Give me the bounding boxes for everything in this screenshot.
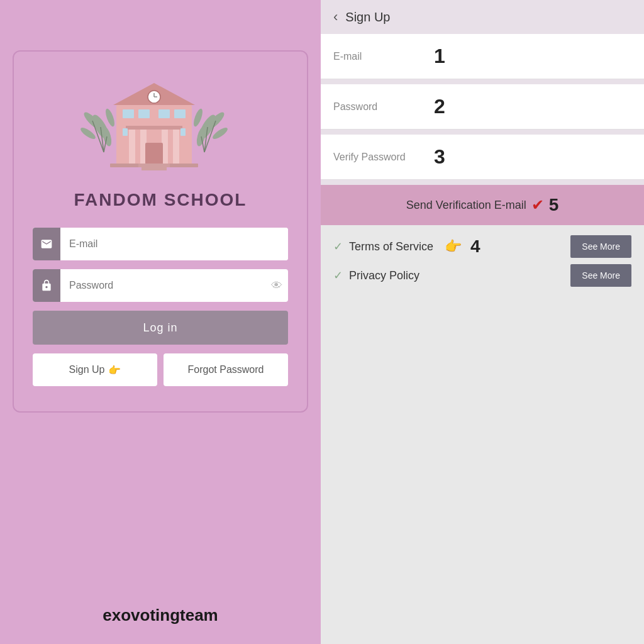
privacy-see-more-button[interactable]: See More	[570, 264, 631, 287]
svg-point-11	[211, 126, 230, 141]
login-card: FANDOM SCHOOL 👁 Log in Sign Up 👉 F	[13, 50, 308, 413]
password-signup-label: Password	[333, 101, 434, 113]
email-field-number: 1	[434, 45, 445, 68]
password-field-number: 2	[434, 95, 445, 118]
lock-icon	[33, 269, 60, 302]
terms-section: ✓ Terms of Service 👉 4 See More ✓ Privac…	[321, 225, 644, 297]
bottom-row: Sign Up 👉 Forgot Password	[33, 353, 288, 386]
terms-see-more-button[interactable]: See More	[570, 235, 631, 258]
svg-rect-32	[180, 128, 186, 136]
email-input-row	[33, 228, 288, 260]
svg-rect-27	[123, 109, 134, 118]
separator-2	[321, 130, 644, 135]
signup-header: ‹ Sign Up	[321, 0, 644, 34]
number-4: 4	[470, 236, 480, 257]
send-verify-button[interactable]: Send Verification E-mail ✔ 5	[321, 185, 644, 225]
show-password-icon[interactable]: 👁	[265, 269, 288, 302]
forgot-password-button[interactable]: Forgot Password	[164, 353, 288, 386]
email-icon	[33, 228, 60, 260]
svg-point-3	[79, 126, 97, 141]
password-field[interactable]	[60, 269, 265, 302]
back-button[interactable]: ‹	[333, 9, 338, 25]
forgot-label: Forgot Password	[188, 364, 264, 375]
email-signup-field[interactable]: E-mail 1	[321, 34, 644, 79]
signup-page-title: Sign Up	[345, 10, 390, 25]
svg-rect-25	[126, 126, 182, 130]
verify-password-label: Verify Password	[333, 152, 434, 163]
school-illustration	[72, 70, 248, 184]
email-signup-label: E-mail	[333, 51, 434, 62]
right-panel: ‹ Sign Up E-mail 1 Password 2 Verify Pas…	[321, 0, 644, 644]
terms-of-service-row: ✓ Terms of Service 👉 4 See More	[333, 235, 631, 258]
privacy-policy-row: ✓ Privacy Policy See More	[333, 264, 631, 287]
svg-rect-26	[145, 143, 163, 165]
svg-rect-34	[138, 164, 170, 167]
svg-rect-31	[123, 128, 128, 136]
app-title: FANDOM SCHOOL	[74, 190, 247, 210]
signup-button[interactable]: Sign Up 👉	[33, 353, 157, 386]
email-field[interactable]	[60, 228, 288, 260]
terms-left: ✓ Terms of Service 👉 4	[333, 236, 480, 257]
svg-point-4	[104, 108, 116, 128]
password-input-row: 👁	[33, 269, 288, 302]
login-button[interactable]: Log in	[33, 311, 288, 345]
send-verify-text: Send Verification E-mail	[406, 199, 526, 212]
svg-rect-30	[174, 109, 186, 118]
svg-rect-28	[138, 109, 150, 118]
terms-of-service-label: Terms of Service	[349, 240, 433, 253]
signup-label: Sign Up	[69, 364, 105, 375]
password-signup-field[interactable]: Password 2	[321, 84, 644, 130]
signup-form: E-mail 1 Password 2 Verify Password 3 Se…	[321, 34, 644, 644]
left-panel: FANDOM SCHOOL 👁 Log in Sign Up 👉 F	[0, 0, 321, 644]
bottom-text: exovotingteam	[103, 606, 218, 625]
pointer-emoji-4: 👉	[445, 238, 462, 255]
verify-field-number: 3	[434, 145, 445, 169]
checkmark-icon: ✔	[531, 196, 544, 214]
verify-password-field[interactable]: Verify Password 3	[321, 135, 644, 180]
gray-fill-area	[321, 297, 644, 644]
svg-point-12	[192, 108, 204, 128]
privacy-checkbox[interactable]: ✓	[333, 269, 343, 282]
signup-emoji: 👉	[108, 364, 121, 376]
svg-rect-35	[142, 167, 167, 170]
verify-number: 5	[549, 195, 559, 215]
terms-checkbox[interactable]: ✓	[333, 240, 343, 253]
separator-1	[321, 79, 644, 84]
separator-3	[321, 180, 644, 185]
privacy-left: ✓ Privacy Policy	[333, 269, 419, 282]
svg-rect-29	[158, 109, 170, 118]
svg-rect-24	[173, 127, 179, 165]
privacy-policy-label: Privacy Policy	[349, 269, 419, 282]
svg-rect-21	[129, 127, 135, 165]
